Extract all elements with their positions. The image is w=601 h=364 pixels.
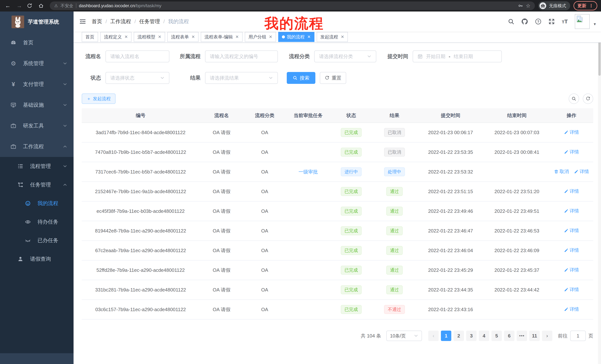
chevron-down-icon — [160, 76, 165, 80]
sidebar-item-系统管理[interactable]: ⚙系统管理 — [0, 53, 74, 74]
detail-link[interactable]: 详情 — [564, 287, 579, 293]
sidebar-item-首页[interactable]: 首页 — [0, 32, 74, 53]
sidebar-toggle-icon[interactable] — [74, 18, 92, 25]
next-page-button[interactable]: › — [542, 331, 552, 341]
tag-tab-用户分组[interactable]: 用户分组✕ — [245, 32, 276, 42]
sidebar-item-任务管理[interactable]: 任务管理 — [0, 175, 74, 194]
sidebar-item-基础设施[interactable]: 基础设施 — [0, 95, 74, 115]
sidebar-item-我的流程[interactable]: 我的流程 — [0, 194, 74, 213]
breadcrumb-item[interactable]: 任务管理 — [139, 18, 160, 25]
page-button-5[interactable]: 5 — [491, 331, 502, 341]
page-size-select[interactable]: 10条/页 — [386, 331, 422, 341]
security-warning-icon[interactable]: ⚠ — [54, 3, 58, 8]
name-filter-label: 流程名 — [82, 53, 101, 60]
search-button[interactable]: 搜索 — [287, 72, 315, 84]
back-icon[interactable]: ← — [4, 3, 12, 9]
avatar[interactable] — [575, 14, 590, 29]
reset-button[interactable]: 重置 — [320, 72, 346, 84]
time-range-picker[interactable]: 开始日期 - 结束日期 — [413, 50, 502, 62]
more-pages-button[interactable]: ••• — [517, 331, 527, 341]
toggle-search-button[interactable] — [569, 94, 579, 104]
page-scrollbar[interactable] — [598, 11, 601, 364]
page-button-6[interactable]: 6 — [504, 331, 514, 341]
goto-page-input[interactable]: 1 — [570, 331, 586, 341]
page-button-1[interactable]: 1 — [441, 331, 451, 341]
breadcrumb-item[interactable]: 首页 — [92, 18, 102, 25]
tag-tab-流程表单-编辑[interactable]: 流程表单-编辑✕ — [201, 32, 242, 42]
detail-link[interactable]: 详情 — [564, 208, 579, 214]
key-icon[interactable] — [518, 3, 523, 8]
cell-category: OA — [244, 260, 286, 280]
cell-category: OA — [244, 241, 286, 260]
cancel-link[interactable]: 取消 — [554, 168, 569, 175]
cell-submit-time: 2022-01-22 23:46:47 — [417, 221, 484, 241]
tag-tab-首页[interactable]: 首页 — [82, 32, 98, 42]
detail-link[interactable]: 详情 — [564, 188, 579, 194]
close-icon[interactable]: ✕ — [269, 35, 272, 39]
task-link[interactable]: 一级审批 — [299, 169, 318, 175]
close-icon[interactable]: ✕ — [341, 35, 344, 39]
prev-page-button[interactable]: ‹ — [428, 331, 439, 341]
cell-end-time: 2022-01-22 23:51:20 — [484, 182, 550, 201]
table-toolbar: ＋ 发起流程 — [82, 94, 593, 104]
address-bar[interactable]: ⚠ 不安全 dashboard.yudao.iocoder.cn/bpm/tas… — [50, 1, 535, 10]
breadcrumb-item[interactable]: 工作流程 — [110, 18, 131, 25]
page-button-2[interactable]: 2 — [453, 331, 464, 341]
detail-link[interactable]: 详情 — [564, 247, 579, 253]
sidebar-item-研发工具[interactable]: 研发工具 — [0, 115, 74, 136]
close-icon[interactable]: ✕ — [158, 35, 161, 39]
result-filter-select[interactable]: 请选择流结果 — [205, 72, 278, 84]
delete-icon — [554, 169, 559, 174]
star-icon[interactable]: ☆ — [526, 3, 531, 9]
tag-tab-流程表单[interactable]: 流程表单✕ — [167, 32, 199, 42]
close-icon[interactable]: ✕ — [191, 35, 195, 39]
search-icon[interactable] — [508, 18, 514, 25]
page-button-4[interactable]: 4 — [479, 331, 489, 341]
cell-end-time: 2022-01-22 23:45:37 — [484, 260, 550, 280]
detail-link[interactable]: 详情 — [564, 306, 579, 312]
sidebar-item-流程管理[interactable]: 流程管理 — [0, 157, 74, 175]
forward-icon[interactable]: → — [15, 3, 23, 9]
status-filter-select[interactable]: 请选择状态 — [105, 72, 169, 84]
detail-link[interactable]: 详情 — [564, 129, 579, 135]
close-icon[interactable]: ✕ — [124, 35, 128, 39]
table-row: 331bc281-7b9a-11ec-a290-acde48001122OA 请… — [82, 280, 593, 300]
font-size-icon[interactable]: TT — [562, 18, 568, 25]
result-badge: 已取消 — [384, 128, 405, 137]
category-filter-select[interactable]: 请选择流程分类 — [314, 50, 376, 62]
help-icon[interactable]: ? — [535, 18, 541, 25]
chevron-up-icon — [63, 144, 67, 149]
home-icon[interactable] — [38, 3, 46, 9]
tag-tab-发起流程[interactable]: 发起流程✕ — [317, 32, 348, 42]
page-button-11[interactable]: 11 — [529, 331, 540, 341]
sidebar-item-待办任务[interactable]: 待办任务 — [0, 213, 74, 231]
user-icon — [16, 256, 25, 262]
detail-link[interactable]: 详情 — [564, 149, 579, 155]
fullscreen-icon[interactable] — [549, 18, 555, 25]
name-filter-input[interactable]: 请输入流程名 — [105, 50, 169, 62]
create-process-button[interactable]: ＋ 发起流程 — [82, 94, 116, 104]
sidebar-item-工作流程[interactable]: 工作流程 — [0, 136, 74, 157]
page-url[interactable]: dashboard.yudao.iocoder.cn/bpm/task/my — [79, 3, 161, 8]
definition-filter-input[interactable]: 请输入流程定义的编号 — [205, 50, 278, 62]
chevron-down-icon[interactable]: ▾ — [594, 22, 596, 27]
browser-update-button[interactable]: 更新 ⋮ — [573, 1, 597, 10]
tag-tab-流程模型[interactable]: 流程模型✕ — [134, 32, 165, 42]
tag-tab-我的流程[interactable]: 我的流程✕ — [278, 32, 314, 42]
detail-link[interactable]: 详情 — [564, 228, 579, 234]
github-icon[interactable] — [521, 18, 528, 25]
refresh-table-button[interactable] — [583, 94, 593, 104]
detail-link[interactable]: 详情 — [574, 168, 589, 175]
tag-tab-流程定义[interactable]: 流程定义✕ — [100, 32, 131, 42]
browser-menu-icon[interactable]: ⋮ — [589, 3, 593, 8]
page-button-3[interactable]: 3 — [466, 331, 477, 341]
close-icon[interactable]: ✕ — [307, 35, 311, 39]
sidebar-item-请假查询[interactable]: 请假查询 — [0, 250, 74, 268]
reload-icon[interactable] — [27, 3, 35, 9]
close-icon[interactable]: ✕ — [235, 35, 239, 39]
detail-link[interactable]: 详情 — [564, 267, 579, 273]
sidebar-item-已办任务[interactable]: 已办任务 — [0, 231, 74, 250]
sidebar-item-支付管理[interactable]: ¥支付管理 — [0, 74, 74, 95]
app-logo[interactable]: 芋道管理系统 — [0, 11, 74, 32]
cell-submit-time: 2022-01-22 23:53:35 — [417, 142, 484, 162]
